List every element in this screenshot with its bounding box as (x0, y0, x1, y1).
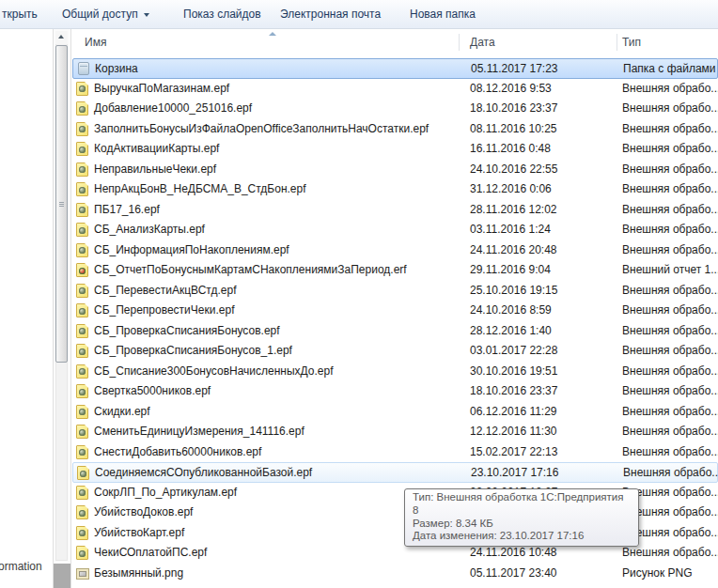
file-date: 28.12.2016 1:40 (470, 321, 552, 341)
file-name: УбийствоДоков.epf (94, 503, 193, 522)
explorer-window: ? ткрытьОбщий доступПоказ слайдовЭлектро… (0, 0, 718, 588)
file-name: СнестиДобавить60000ников.epf (94, 442, 261, 462)
file-type: Внешняя обрабо... (622, 200, 718, 220)
table-row[interactable]: СБ_Списание300БонусовНачисленныхДо.epf 3… (72, 362, 718, 382)
table-row[interactable]: СоединяемсяСОпубликованнойБазой.epf 23.1… (72, 462, 718, 483)
table-row[interactable]: НепрАкцБонВ_НеДБСМА_В_СтдБон.epf 31.12.2… (72, 179, 718, 200)
file-type: Внешняя обрабо... (622, 422, 718, 441)
file-name: СБ_ПерепровестиЧеки.epf (94, 301, 234, 320)
file-date: 25.10.2016 19:15 (470, 281, 557, 301)
file-date: 08.11.2016 10:25 (470, 119, 557, 139)
file-type: Внешняя обрабо... (622, 442, 718, 462)
file-date: 15.02.2017 22:13 (470, 442, 557, 462)
file-date: 08.12.2016 9:53 (470, 79, 552, 99)
epf-file-icon (76, 425, 88, 439)
file-date: 03.11.2016 1:24 (470, 220, 551, 240)
epf-file-icon (76, 505, 88, 519)
table-row[interactable]: СБ_ИнформацияПоНакоплениям.epf 24.11.201… (72, 240, 718, 261)
scrollbar-bottom-block (54, 564, 70, 588)
tooltip-modified-line: Дата изменения: 23.10.2017 17:16 (413, 530, 631, 543)
file-date: 03.01.2017 22:28 (470, 341, 557, 361)
file-name: ПБ17_16.epf (94, 200, 160, 220)
epf-file-icon (77, 466, 89, 480)
epf-file-icon (76, 182, 88, 196)
file-type: Внешняя обрабо... (622, 341, 718, 361)
file-name: ЗаполнитьБонусыИзФайлаOpenOfficeЗаполнит… (94, 119, 429, 139)
table-row[interactable]: СнестиДобавить60000ников.epf 15.02.2017 … (72, 442, 718, 463)
file-date: 30.10.2016 19:51 (470, 362, 557, 381)
file-name: СоединяемсяСОпубликованнойБазой.epf (95, 463, 312, 483)
file-date: 16.11.2016 0:48 (470, 139, 551, 159)
table-row[interactable]: ЗаполнитьБонусыИзФайлаOpenOfficeЗаполнит… (72, 119, 718, 140)
table-row[interactable]: СБ_ОтчетПоБонуснымКартамСНакоплениямиЗаП… (72, 260, 718, 281)
epf-file-icon (76, 405, 88, 419)
table-row[interactable]: Безымянный.png 05.11.2017 23:40 Рисунок … (72, 564, 718, 584)
file-date: 24.10.2016 8:59 (470, 301, 552, 320)
file-type: Внешняя обрабо... (622, 99, 718, 118)
nav-scrollbar (53, 29, 71, 588)
file-name: Добавление10000_251016.epf (94, 99, 252, 118)
file-type: Внешняя обрабо... (622, 220, 718, 240)
epf-file-icon (76, 142, 88, 156)
file-date: 24.11.2016 20:48 (470, 240, 557, 260)
file-name: СБ_ПеревестиАкцВСтд.epf (94, 281, 237, 301)
epf-file-icon (76, 486, 88, 500)
table-row[interactable]: Корзина 05.11.2017 17:23 Папка с файлами (72, 58, 718, 79)
file-date: 18.10.2016 23:37 (470, 99, 557, 118)
nav-tree-item-partial[interactable]: ormation (0, 560, 42, 573)
table-row[interactable]: СБ_ПроверкаСписанияБонусов.epf 28.12.201… (72, 321, 718, 342)
epf-file-icon (76, 384, 88, 398)
table-row[interactable]: Добавление10000_251016.epf 18.10.2016 23… (72, 99, 718, 119)
table-row[interactable]: СБ_ПроверкаСписанияБонусов_1.epf 03.01.2… (72, 341, 718, 362)
file-name: СБ_АнализКарты.epf (94, 220, 205, 240)
table-row[interactable]: КодАктивацииКарты.epf 16.11.2016 0:48 Вн… (72, 139, 718, 160)
epf-file-icon (76, 445, 88, 459)
open-button[interactable]: ткрыть (2, 0, 38, 28)
file-name: ВыручкаПоМагазинам.epf (94, 79, 229, 99)
table-row[interactable]: СБ_ПерепровестиЧеки.epf 24.10.2016 8:59 … (72, 301, 718, 321)
tooltip-type-line: Тип: Внешняя обработка 1С:Предприятия 8 (413, 491, 631, 518)
table-row[interactable]: СменитьЕдиницуИзмерения_141116.epf 12.12… (72, 422, 718, 442)
file-name: Свертка5000ников.epf (94, 381, 211, 401)
file-name: СБ_ПроверкаСписанияБонусов_1.epf (94, 341, 292, 361)
file-type: Внешняя обрабо... (622, 160, 718, 179)
table-row[interactable]: СБ_ПеревестиАкцВСтд.epf 25.10.2016 19:15… (72, 281, 718, 302)
epf-file-icon (76, 122, 88, 136)
file-tooltip: Тип: Внешняя обработка 1С:Предприятия 8 … (404, 488, 639, 547)
file-date: 28.11.2016 12:02 (470, 200, 557, 220)
epf-file-icon (76, 344, 88, 358)
file-type: Внешняя обрабо... (622, 301, 718, 320)
epf-file-icon (76, 203, 88, 217)
file-type: Внешняя обрабо... (622, 79, 718, 99)
file-type: Внешняя обрабо... (622, 139, 718, 159)
file-type: Внешний отчет 1... (622, 260, 718, 280)
file-name: СменитьЕдиницуИзмерения_141116.epf (94, 422, 304, 441)
file-name: НепрАкцБонВ_НеДБСМА_В_СтдБон.epf (94, 179, 306, 199)
table-row[interactable]: ВыручкаПоМагазинам.epf 08.12.2016 9:53 В… (72, 79, 718, 100)
epf-file-icon (76, 162, 88, 177)
table-row[interactable]: НеправильныеЧеки.epf 24.10.2016 22:55 Вн… (72, 160, 718, 180)
table-row[interactable]: Скидки.epf 06.12.2016 11:29 Внешняя обра… (72, 402, 718, 423)
file-date: 06.12.2016 11:29 (470, 402, 557, 422)
file-name: Безымянный.png (94, 564, 183, 583)
png-image-icon (76, 568, 89, 580)
file-name: СБ_ПроверкаСписанияБонусов.epf (94, 321, 280, 341)
file-type: Внешняя обрабо... (622, 321, 718, 341)
table-row[interactable]: ПБ17_16.epf 28.11.2016 12:02 Внешняя обр… (72, 200, 718, 221)
recycle-bin-icon (78, 62, 89, 75)
scrollbar-thumb[interactable] (55, 45, 68, 363)
table-row[interactable]: СБ_АнализКарты.epf 03.11.2016 1:24 Внешн… (72, 220, 718, 240)
epf-file-icon (76, 324, 88, 338)
file-type: Внешняя обрабо... (622, 362, 718, 381)
navigation-pane: ormation (0, 29, 53, 588)
file-type: Внешняя обрабо... (622, 240, 718, 260)
file-name: СБ_Списание300БонусовНачисленныхДо.epf (94, 362, 334, 381)
tooltip-size-line: Размер: 8.34 КБ (413, 518, 631, 531)
epf-file-icon (76, 284, 88, 298)
scrollbar-up-arrow[interactable] (55, 31, 68, 44)
file-date: 05.11.2017 23:40 (470, 564, 557, 583)
table-row[interactable]: Свертка5000ников.epf 18.10.2016 23:37 Вн… (72, 381, 718, 402)
file-type: Внешняя обрабо... (622, 119, 718, 139)
file-type: Внешняя обрабо... (622, 381, 718, 401)
file-date: 31.12.2016 0:06 (470, 179, 552, 199)
